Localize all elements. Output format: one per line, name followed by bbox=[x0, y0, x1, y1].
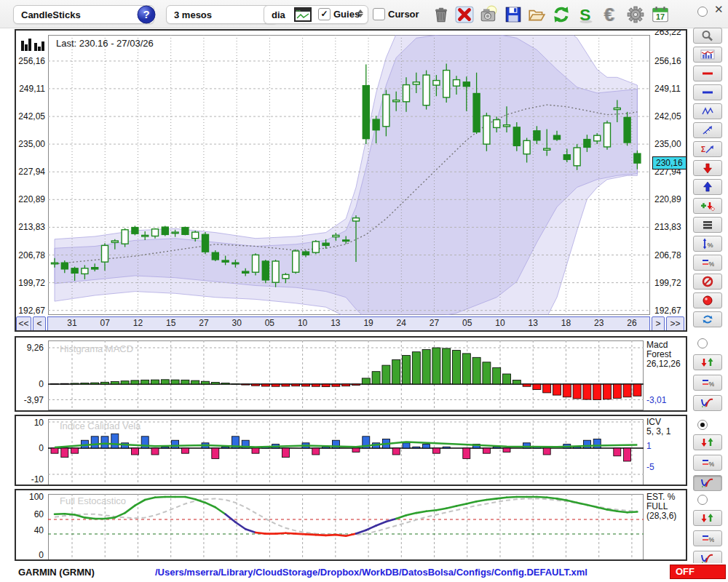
stoch-params-label: EST. %FULL(28,3,6) bbox=[646, 493, 676, 521]
chart-type-select[interactable]: CandleSticks bbox=[13, 5, 154, 24]
lines-percent-button[interactable]: % bbox=[693, 255, 722, 271]
price-label-left: 227,94 bbox=[17, 167, 45, 177]
price-label-right: 220,89 bbox=[654, 194, 681, 204]
add-marks-button[interactable] bbox=[693, 198, 722, 214]
stoch-y-label: 0 bbox=[16, 550, 44, 560]
macd-lines-percent-button[interactable]: % bbox=[693, 375, 722, 391]
list-button[interactable] bbox=[693, 217, 722, 233]
macd-radio[interactable] bbox=[697, 338, 708, 348]
zigzag-button[interactable] bbox=[693, 103, 722, 119]
price-label-right: 256,16 bbox=[654, 56, 681, 66]
red-line-button[interactable] bbox=[693, 65, 722, 81]
down-up-arrows-icon bbox=[700, 436, 715, 448]
date-axis-strip[interactable] bbox=[47, 316, 650, 332]
stoch-y-label: 100 bbox=[16, 492, 44, 502]
symbol-label: GARMIN (GRMN) bbox=[18, 567, 95, 578]
nav-next-button[interactable]: > bbox=[652, 316, 665, 332]
price-label-right: 249,11 bbox=[654, 84, 681, 94]
curves-icon bbox=[700, 477, 715, 489]
sync-icon[interactable]: S bbox=[577, 5, 596, 24]
price-chart bbox=[48, 35, 650, 315]
icv-arrows-button[interactable] bbox=[693, 434, 722, 450]
down-up-arrows-icon bbox=[700, 356, 715, 368]
main-chart-radio[interactable] bbox=[697, 7, 708, 17]
calendar-icon[interactable]: 17 bbox=[651, 5, 670, 24]
icv-ymin-label: -10 bbox=[16, 474, 44, 485]
status-bar: GARMIN (GRMN) /Users/mserra/Library/Clou… bbox=[0, 563, 728, 582]
svg-text:%: % bbox=[709, 260, 715, 268]
off-button[interactable]: OFF bbox=[670, 565, 726, 579]
nav-prev-button[interactable]: < bbox=[33, 316, 46, 332]
close-icon[interactable]: ✕ bbox=[714, 3, 724, 16]
icv-panel: Indice Calidad Vela 10 0 -10 ICV5, 3, 1 … bbox=[15, 415, 687, 486]
down-up-arrows-icon bbox=[700, 512, 715, 524]
macd-curves-button[interactable] bbox=[693, 395, 722, 411]
camera-icon[interactable] bbox=[479, 5, 498, 24]
price-label-right: 242,05 bbox=[654, 111, 681, 121]
swap-arrows-icon bbox=[701, 314, 714, 325]
sum-trend-button[interactable]: Σ bbox=[693, 141, 722, 157]
period-value: 3 mesos bbox=[174, 9, 212, 20]
stoch-radio[interactable] bbox=[697, 495, 708, 505]
gear-icon[interactable] bbox=[626, 5, 645, 24]
price-label-left: 213,83 bbox=[17, 222, 45, 232]
price-label-left: 192,67 bbox=[17, 306, 45, 316]
blue-line-button[interactable] bbox=[693, 84, 722, 100]
magnifier-icon bbox=[701, 30, 714, 41]
nav-first-button[interactable]: << bbox=[16, 316, 31, 332]
svg-text:%: % bbox=[708, 242, 713, 249]
svg-text:n,n: n,n bbox=[296, 9, 301, 12]
euro-icon[interactable]: € € bbox=[601, 5, 620, 24]
delete-icon[interactable] bbox=[455, 5, 474, 24]
blue-up-arrow-icon bbox=[701, 181, 714, 193]
stoch-lines-percent-button[interactable]: % bbox=[693, 530, 722, 546]
price-label-right: 199,72 bbox=[654, 278, 681, 288]
arrow-down-button[interactable] bbox=[693, 160, 722, 176]
svg-text:Σ: Σ bbox=[701, 146, 705, 154]
blue-line-icon bbox=[701, 87, 714, 98]
indicator-panel-button[interactable] bbox=[693, 47, 722, 63]
icv-lines-percent-button[interactable]: % bbox=[693, 455, 722, 471]
icv-neg-value: -5 bbox=[646, 463, 654, 472]
forbidden-button[interactable] bbox=[693, 274, 722, 290]
cursor-checkbox[interactable] bbox=[373, 8, 385, 20]
svg-text:€: € bbox=[605, 5, 615, 24]
zoom-button[interactable] bbox=[693, 28, 722, 44]
range-percent-button[interactable]: % bbox=[693, 236, 722, 252]
guies-checkbox[interactable]: ✓ bbox=[318, 8, 331, 20]
record-button[interactable] bbox=[693, 292, 722, 308]
red-line-icon bbox=[701, 68, 714, 79]
trash-icon[interactable] bbox=[432, 5, 451, 24]
macd-chart bbox=[48, 340, 644, 410]
lines-percent-icon: % bbox=[701, 377, 714, 388]
open-folder-icon[interactable] bbox=[527, 5, 546, 24]
icv-ymax-label: 10 bbox=[16, 418, 44, 428]
chart-config-icon[interactable]: n,n bbox=[294, 7, 312, 22]
price-label-left: 256,16 bbox=[17, 56, 45, 66]
help-icon[interactable]: ? bbox=[137, 5, 156, 24]
app-window: CandleSticks ? 3 mesos dia n,n ✓ Guies C… bbox=[0, 0, 728, 582]
trend-arrow-icon bbox=[701, 124, 714, 136]
svg-text:%: % bbox=[709, 461, 715, 468]
trend-line-button[interactable] bbox=[693, 122, 722, 138]
refresh-icon[interactable] bbox=[552, 5, 571, 24]
volume-style-icon bbox=[20, 35, 45, 54]
macd-arrows-button[interactable] bbox=[693, 354, 722, 370]
stochastic-panel: Full Estocastico 10060400 EST. %FULL(28,… bbox=[15, 489, 687, 561]
nav-last-button[interactable]: >> bbox=[666, 316, 684, 332]
price-label-left: 242,05 bbox=[17, 111, 45, 121]
curves-icon bbox=[700, 397, 715, 409]
config-path: /Users/mserra/Library/CloudStorage/Dropb… bbox=[102, 567, 641, 578]
save-icon[interactable] bbox=[504, 5, 523, 24]
icv-pos-value: 1 bbox=[646, 442, 652, 451]
stoch-arrows-button[interactable] bbox=[693, 510, 722, 526]
guies-label: Guies bbox=[333, 9, 360, 20]
arrow-up-button[interactable] bbox=[693, 179, 722, 195]
zigzag-icon bbox=[701, 105, 714, 117]
icv-radio[interactable] bbox=[697, 420, 708, 430]
period-select[interactable]: 3 mesos bbox=[166, 5, 278, 24]
svg-text:%: % bbox=[709, 536, 715, 543]
icv-curves-button[interactable] bbox=[693, 475, 722, 491]
refresh-swap-button[interactable] bbox=[693, 311, 722, 327]
lines-percent-icon: % bbox=[701, 257, 714, 268]
